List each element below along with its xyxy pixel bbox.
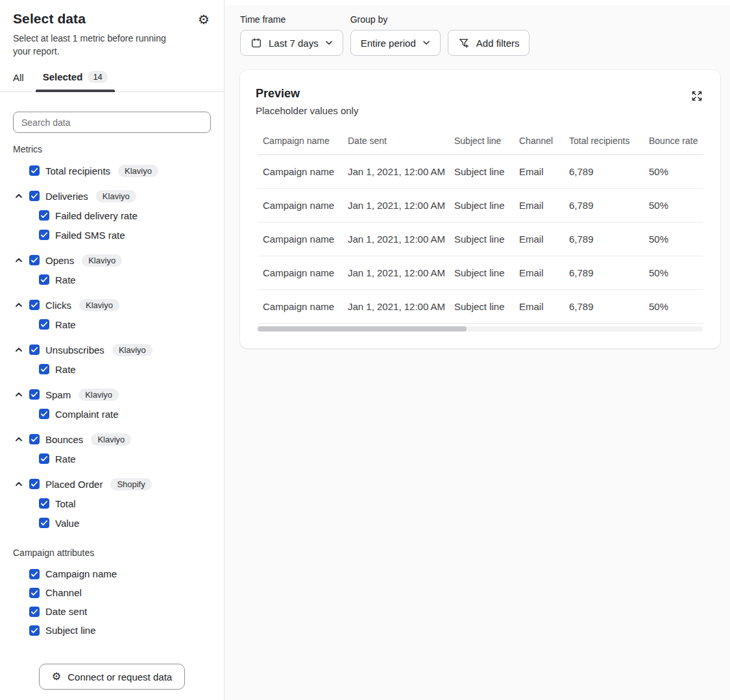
attribute-label: Campaign name bbox=[45, 568, 117, 579]
checkbox-checked[interactable] bbox=[29, 569, 40, 579]
check-icon bbox=[30, 608, 38, 616]
table-cell: 50% bbox=[649, 166, 703, 177]
metric-child-row: Failed delivery rate bbox=[13, 206, 211, 225]
scrollbar-thumb[interactable] bbox=[258, 326, 467, 332]
metric-children: Total Value bbox=[13, 494, 211, 533]
table-cell: 6,789 bbox=[569, 267, 649, 278]
table-cell: 6,789 bbox=[569, 166, 649, 177]
chevron-up-icon[interactable] bbox=[14, 390, 23, 399]
metric-children: Rate bbox=[13, 270, 211, 289]
table-cell: Campaign name bbox=[263, 166, 348, 177]
checkbox-checked[interactable] bbox=[29, 625, 40, 636]
checkbox-checked[interactable] bbox=[29, 344, 40, 355]
select-data-panel: Select data Select at least 1 metric bef… bbox=[0, 0, 225, 700]
expand-icon[interactable] bbox=[689, 88, 705, 106]
checkbox-checked[interactable] bbox=[29, 588, 40, 598]
table-cell: Subject line bbox=[454, 166, 519, 177]
settings-gear-icon[interactable]: ⚙ bbox=[198, 13, 210, 26]
check-icon bbox=[30, 256, 38, 264]
table-cell: Subject line bbox=[454, 200, 519, 211]
checkbox-checked[interactable] bbox=[29, 434, 40, 444]
table-cell: Email bbox=[519, 267, 569, 278]
checkbox-checked[interactable] bbox=[39, 274, 49, 285]
checkbox-checked[interactable] bbox=[39, 498, 49, 509]
table-cell: 50% bbox=[649, 301, 703, 312]
checkbox-checked[interactable] bbox=[39, 518, 49, 528]
chevron-up-icon[interactable] bbox=[14, 435, 23, 444]
source-badge: Klaviyo bbox=[91, 433, 131, 446]
chevron-up-icon[interactable] bbox=[14, 345, 23, 354]
checkbox-checked[interactable] bbox=[39, 364, 49, 374]
metric-group: Spam Klaviyo Complaint rate bbox=[13, 385, 211, 424]
table-cell: Email bbox=[519, 234, 569, 245]
group-by-value: Entire period bbox=[361, 38, 416, 49]
table-cell: Subject line bbox=[454, 301, 519, 312]
checkbox-checked[interactable] bbox=[29, 607, 40, 617]
metrics-list: Total recipients Klaviyo Deliveries Klav… bbox=[13, 161, 211, 533]
checkbox-checked[interactable] bbox=[29, 165, 40, 176]
tab-all[interactable]: All bbox=[13, 67, 24, 91]
metric-child-label: Rate bbox=[55, 319, 76, 330]
checkbox-checked[interactable] bbox=[29, 255, 40, 265]
metric-child-label: Total bbox=[55, 498, 76, 509]
metric-row: Spam Klaviyo bbox=[13, 385, 211, 404]
metric-children: Rate bbox=[13, 359, 211, 379]
time-frame-value: Last 7 days bbox=[269, 38, 319, 49]
table-cell: Jan 1, 2021, 12:00 AM bbox=[348, 301, 454, 312]
checkbox-checked[interactable] bbox=[29, 479, 40, 489]
chevron-up-icon[interactable] bbox=[14, 300, 23, 309]
metric-label: Placed Order bbox=[45, 479, 103, 490]
checkbox-checked[interactable] bbox=[39, 409, 49, 419]
table-cell: Jan 1, 2021, 12:00 AM bbox=[348, 166, 454, 177]
check-icon bbox=[30, 192, 38, 200]
filter-plus-icon bbox=[458, 37, 470, 49]
column-header: Channel bbox=[519, 136, 569, 146]
tab-selected[interactable]: Selected 14 bbox=[36, 66, 115, 91]
report-surface: Time frame Last 7 days Group by Entire p… bbox=[225, 5, 730, 700]
metric-child-row: Rate bbox=[13, 359, 211, 379]
table-cell: Email bbox=[519, 200, 569, 211]
checkbox-checked[interactable] bbox=[39, 319, 49, 330]
metric-label: Opens bbox=[45, 255, 74, 266]
metric-child-label: Failed SMS rate bbox=[55, 230, 125, 241]
table-cell: 6,789 bbox=[569, 301, 649, 312]
metric-child-label: Rate bbox=[55, 364, 76, 375]
metric-row: Bounces Klaviyo bbox=[13, 429, 211, 449]
table-row: Campaign nameJan 1, 2021, 12:00 AMSubjec… bbox=[258, 290, 703, 324]
checkbox-checked[interactable] bbox=[39, 230, 49, 240]
group-by-dropdown[interactable]: Entire period bbox=[350, 30, 441, 56]
checkbox-checked[interactable] bbox=[39, 210, 49, 221]
horizontal-scrollbar[interactable] bbox=[258, 326, 703, 332]
checkbox-checked[interactable] bbox=[29, 191, 40, 201]
chevron-up-icon[interactable] bbox=[14, 191, 23, 200]
source-badge: Klaviyo bbox=[112, 344, 152, 356]
chevron-up-icon[interactable] bbox=[14, 479, 23, 489]
checkbox-checked[interactable] bbox=[39, 453, 49, 464]
check-icon bbox=[30, 167, 38, 175]
metric-child-label: Value bbox=[55, 518, 79, 529]
checkbox-checked[interactable] bbox=[29, 389, 40, 400]
table-cell: Jan 1, 2021, 12:00 AM bbox=[348, 267, 454, 278]
connect-or-request-data-button[interactable]: ⚙ Connect or request data bbox=[39, 664, 185, 690]
metric-group: Bounces Klaviyo Rate bbox=[13, 429, 211, 468]
panel-subtitle: Select at least 1 metric before running … bbox=[13, 32, 176, 58]
attributes-section-label: Campaign attributes bbox=[13, 548, 211, 558]
source-badge: Klaviyo bbox=[82, 254, 122, 267]
add-filters-button[interactable]: Add filters bbox=[448, 30, 530, 56]
attribute-label: Subject line bbox=[45, 625, 96, 636]
chevron-up-icon[interactable] bbox=[14, 256, 23, 265]
table-cell: 50% bbox=[649, 267, 703, 278]
preview-table-header: Campaign nameDate sentSubject lineChanne… bbox=[258, 136, 703, 155]
table-row: Campaign nameJan 1, 2021, 12:00 AMSubjec… bbox=[258, 155, 703, 189]
check-icon bbox=[30, 589, 38, 597]
group-by-label: Group by bbox=[350, 14, 441, 25]
connect-button-area: ⚙ Connect or request data bbox=[0, 655, 224, 700]
table-cell: 6,789 bbox=[569, 200, 649, 211]
search-input[interactable] bbox=[13, 112, 211, 133]
time-frame-group: Time frame Last 7 days bbox=[240, 14, 343, 56]
preview-subtitle: Placeholder values only bbox=[256, 105, 358, 116]
checkbox-checked[interactable] bbox=[29, 300, 40, 310]
source-badge: Klaviyo bbox=[96, 190, 136, 202]
time-frame-dropdown[interactable]: Last 7 days bbox=[240, 30, 343, 56]
tab-selected-label: Selected bbox=[43, 71, 83, 82]
